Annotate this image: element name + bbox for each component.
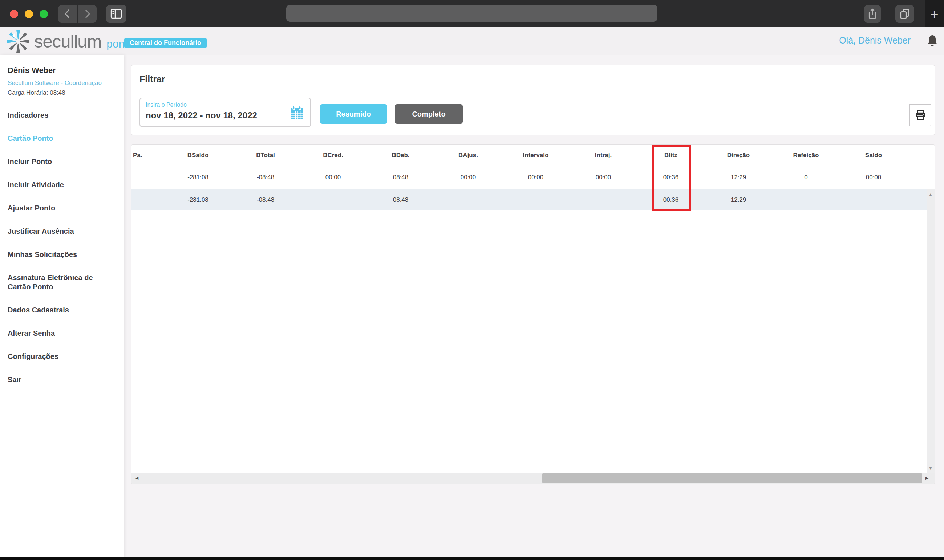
scroll-down-arrow-icon[interactable]: ▼ bbox=[927, 466, 935, 471]
cell-bsaldo: -281:08 bbox=[164, 196, 232, 204]
column-header-blitz[interactable]: Blitz bbox=[637, 152, 705, 159]
cell-blitz: 00:36 bbox=[637, 196, 705, 204]
minimize-window-button[interactable] bbox=[25, 10, 33, 18]
sidebar-item-configuracoes[interactable]: Configurações bbox=[8, 352, 106, 361]
tab-overview-button[interactable] bbox=[895, 5, 914, 23]
cell-btotal: -08:48 bbox=[232, 196, 299, 204]
browser-back-button[interactable] bbox=[58, 5, 77, 23]
column-header-bajus[interactable]: BAjus. bbox=[434, 152, 502, 159]
column-header-saldo[interactable]: Saldo bbox=[840, 152, 907, 159]
table-header-row: Pa. BSaldo BTotal BCred. BDeb. BAjus. In… bbox=[131, 145, 935, 166]
window-bottom-edge bbox=[0, 557, 944, 560]
period-range-input[interactable]: Insira o Período nov 18, 2022 - nov 18, … bbox=[139, 98, 311, 127]
filter-panel: Filtrar Insira o Período nov 18, 2022 - … bbox=[131, 65, 935, 135]
cell-saldo: 00:00 bbox=[840, 174, 907, 181]
column-header-intraj[interactable]: Intraj. bbox=[569, 152, 637, 159]
sidebar-item-cartao-ponto[interactable]: Cartão Ponto bbox=[8, 134, 106, 143]
share-icon bbox=[868, 8, 877, 20]
sidebar: Dênis Weber Secullum Software - Coordena… bbox=[0, 55, 124, 557]
cell-bdeb: 08:48 bbox=[367, 174, 434, 181]
period-input-value: nov 18, 2022 - nov 18, 2022 bbox=[146, 110, 257, 120]
sidebar-item-ajustar-ponto[interactable]: Ajustar Ponto bbox=[8, 204, 106, 213]
cell-direcao: 12:29 bbox=[705, 196, 772, 204]
sidebar-item-incluir-ponto[interactable]: Incluir Ponto bbox=[8, 157, 106, 166]
tabs-icon bbox=[899, 8, 910, 20]
logo-wordmark: secullum bbox=[34, 31, 101, 52]
column-header-bdeb[interactable]: BDeb. bbox=[367, 152, 434, 159]
horizontal-scrollbar[interactable]: ◄ ► bbox=[131, 472, 935, 484]
scroll-up-arrow-icon[interactable]: ▲ bbox=[927, 192, 935, 197]
horizontal-scrollbar-thumb[interactable] bbox=[542, 473, 922, 483]
browser-titlebar: + bbox=[0, 0, 944, 28]
cell-direcao: 12:29 bbox=[705, 174, 772, 181]
cell-intervalo: 00:00 bbox=[502, 174, 569, 181]
cell-refeicao: 0 bbox=[772, 174, 840, 181]
calendar-icon[interactable] bbox=[290, 106, 304, 122]
filter-title: Filtrar bbox=[131, 65, 935, 93]
scroll-right-arrow-icon[interactable]: ► bbox=[924, 475, 930, 481]
sidebar-item-minhas-solicitacoes[interactable]: Minhas Solicitações bbox=[8, 250, 106, 259]
filter-controls: Insira o Período nov 18, 2022 - nov 18, … bbox=[131, 93, 935, 135]
secullum-snowflake-icon bbox=[5, 28, 31, 54]
column-header-btotal[interactable]: BTotal bbox=[232, 152, 299, 159]
screenshot-root: + secullum ponto Centr bbox=[0, 0, 944, 560]
cell-bdeb: 08:48 bbox=[367, 196, 434, 204]
resumido-button[interactable]: Resumido bbox=[320, 104, 387, 124]
address-bar[interactable] bbox=[286, 5, 657, 22]
sidebar-menu: Indicadores Cartão Ponto Incluir Ponto I… bbox=[8, 111, 124, 385]
browser-forward-button[interactable] bbox=[78, 5, 97, 23]
table-row[interactable]: -281:08 -08:48 08:48 00:36 12:29 bbox=[131, 189, 935, 211]
central-funcionario-badge: Central do Funcionário bbox=[124, 38, 207, 48]
close-window-button[interactable] bbox=[10, 10, 18, 18]
column-header-bcred[interactable]: BCred. bbox=[299, 152, 367, 159]
sidebar-item-incluir-atividade[interactable]: Incluir Atividade bbox=[8, 180, 106, 189]
user-greeting[interactable]: Olá, Dênis Weber bbox=[839, 35, 911, 46]
column-header-direcao[interactable]: Direção bbox=[705, 152, 772, 159]
scroll-left-arrow-icon[interactable]: ◄ bbox=[134, 475, 139, 481]
cell-btotal: -08:48 bbox=[232, 174, 299, 181]
zoom-window-button[interactable] bbox=[40, 10, 48, 18]
new-tab-button[interactable]: + bbox=[925, 0, 944, 28]
sidebar-user-department: Secullum Software - Coordenação bbox=[8, 80, 124, 87]
timecard-table: Pa. BSaldo BTotal BCred. BDeb. BAjus. In… bbox=[131, 145, 935, 484]
secullum-logo[interactable]: secullum ponto bbox=[5, 28, 134, 54]
chevron-right-icon bbox=[82, 8, 92, 19]
sidebar-item-alterar-senha[interactable]: Alterar Senha bbox=[8, 329, 106, 338]
notifications-button[interactable] bbox=[927, 34, 938, 49]
column-header-pa[interactable]: Pa. bbox=[131, 152, 164, 159]
chevron-left-icon bbox=[63, 8, 72, 19]
sidebar-user-workload: Carga Horária: 08:48 bbox=[8, 89, 124, 97]
bell-icon bbox=[927, 34, 938, 48]
sidebar-item-sair[interactable]: Sair bbox=[8, 375, 106, 385]
printer-icon bbox=[915, 109, 926, 121]
cell-blitz: 00:36 bbox=[637, 174, 705, 181]
cell-bcred: 00:00 bbox=[299, 174, 367, 181]
column-header-bsaldo[interactable]: BSaldo bbox=[164, 152, 232, 159]
column-header-refeicao[interactable]: Refeição bbox=[772, 152, 840, 159]
completo-button[interactable]: Completo bbox=[395, 104, 463, 124]
sidebar-item-indicadores[interactable]: Indicadores bbox=[8, 111, 106, 120]
sidebar-item-assinatura-eletronica[interactable]: Assinatura Eletrônica de Cartão Ponto bbox=[8, 273, 106, 291]
table-row[interactable]: -281:08 -08:48 00:00 08:48 00:00 00:00 0… bbox=[131, 166, 935, 189]
cell-intraj: 00:00 bbox=[569, 174, 637, 181]
sidebar-item-dados-cadastrais[interactable]: Dados Cadastrais bbox=[8, 306, 106, 315]
sidebar-panel-icon bbox=[110, 9, 122, 19]
sidebar-item-justificar-ausencia[interactable]: Justificar Ausência bbox=[8, 227, 106, 236]
sidebar-user-name: Dênis Weber bbox=[8, 66, 124, 75]
cell-bajus: 00:00 bbox=[434, 174, 502, 181]
sidebar-toggle-button[interactable] bbox=[106, 5, 126, 23]
plus-icon: + bbox=[930, 6, 938, 22]
share-button[interactable] bbox=[864, 5, 881, 23]
print-button[interactable] bbox=[909, 104, 931, 126]
vertical-scrollbar[interactable]: ▲ ▼ bbox=[927, 189, 935, 474]
cell-bsaldo: -281:08 bbox=[164, 174, 232, 181]
column-header-intervalo[interactable]: Intervalo bbox=[502, 152, 569, 159]
period-input-label: Insira o Período bbox=[146, 102, 187, 108]
app-header: secullum ponto Central do Funcionário Ol… bbox=[0, 27, 944, 55]
